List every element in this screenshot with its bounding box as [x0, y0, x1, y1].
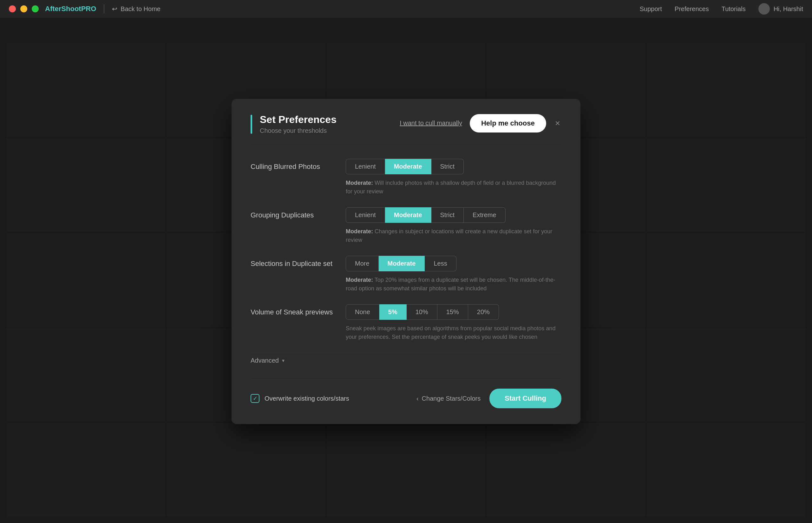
pref-selections-description: Moderate: Top 20% images from a duplicat…	[346, 276, 561, 293]
blurred-strict-button[interactable]: Strict	[431, 159, 464, 174]
blurred-lenient-button[interactable]: Lenient	[346, 159, 385, 174]
modal-title: Set Preferences	[260, 114, 337, 125]
pref-selections-header: Selections in Duplicate set More Moderat…	[251, 256, 561, 271]
sneak-10-button[interactable]: 10%	[407, 304, 437, 320]
pref-grouping-header: Grouping Duplicates Lenient Moderate Str…	[251, 207, 561, 223]
pref-grouping-label: Grouping Duplicates	[251, 211, 346, 219]
help-me-choose-button[interactable]: Help me choose	[470, 114, 546, 132]
pref-sneak-description: Sneak peek images are based on algorithm…	[346, 324, 561, 341]
sneak-20-button[interactable]: 20%	[468, 304, 499, 320]
sneak-none-button[interactable]: None	[346, 304, 379, 320]
grouping-moderate-button[interactable]: Moderate	[385, 207, 431, 223]
pref-selections-duplicate: Selections in Duplicate set More Moderat…	[251, 256, 561, 293]
pref-blurred-description: Moderate: Will include photos with a sha…	[346, 179, 561, 196]
modal-header: Set Preferences Choose your thresholds I…	[251, 114, 561, 134]
pref-selections-options: More Moderate Less	[346, 256, 456, 271]
pref-blurred-photos: Culling Blurred Photos Lenient Moderate …	[251, 159, 561, 196]
modal-header-divider	[251, 146, 561, 146]
pref-grouping-description-bold: Moderate:	[346, 228, 373, 235]
pref-selections-description-bold: Moderate:	[346, 277, 373, 283]
modal-footer: ✓ Overwrite existing colors/stars ‹ Chan…	[251, 379, 561, 408]
chevron-down-icon: ▾	[282, 358, 284, 364]
selections-more-button[interactable]: More	[346, 256, 379, 271]
change-stars-button[interactable]: ‹ Change Stars/Colors	[417, 395, 480, 402]
selections-less-button[interactable]: Less	[425, 256, 456, 271]
pref-blurred-description-bold: Moderate:	[346, 180, 373, 186]
selections-moderate-button[interactable]: Moderate	[379, 256, 425, 271]
modal-title-group: Set Preferences Choose your thresholds	[251, 114, 337, 134]
grouping-lenient-button[interactable]: Lenient	[346, 207, 385, 223]
pref-sneak-header: Volume of Sneak previews None 5% 10% 15%…	[251, 304, 561, 320]
advanced-toggle[interactable]: Advanced ▾	[251, 353, 561, 368]
overwrite-label-text: Overwrite existing colors/stars	[265, 395, 349, 402]
sneak-15-button[interactable]: 15%	[437, 304, 468, 320]
overwrite-checkbox[interactable]: ✓	[251, 394, 260, 403]
sneak-5-button[interactable]: 5%	[379, 304, 407, 320]
pref-blurred-header: Culling Blurred Photos Lenient Moderate …	[251, 159, 561, 174]
pref-grouping-description: Moderate: Changes in subject or location…	[346, 227, 561, 245]
pref-blurred-label: Culling Blurred Photos	[251, 163, 346, 171]
cull-manually-link[interactable]: I want to cull manually	[400, 120, 462, 127]
chevron-left-icon: ‹	[417, 395, 419, 402]
blurred-moderate-button[interactable]: Moderate	[385, 159, 431, 174]
pref-sneak-label: Volume of Sneak previews	[251, 308, 346, 316]
modal-overlay: Set Preferences Choose your thresholds I…	[0, 0, 812, 523]
pref-sneak-previews: Volume of Sneak previews None 5% 10% 15%…	[251, 304, 561, 341]
grouping-extreme-button[interactable]: Extreme	[464, 207, 505, 223]
pref-sneak-options: None 5% 10% 15% 20%	[346, 304, 499, 320]
pref-grouping-duplicates: Grouping Duplicates Lenient Moderate Str…	[251, 207, 561, 245]
advanced-label: Advanced	[251, 357, 279, 364]
modal-accent-bar	[251, 115, 252, 134]
pref-grouping-options: Lenient Moderate Strict Extreme	[346, 207, 506, 223]
modal-subtitle: Choose your thresholds	[260, 127, 337, 134]
grouping-strict-button[interactable]: Strict	[431, 207, 464, 223]
preferences-modal: Set Preferences Choose your thresholds I…	[232, 99, 580, 424]
pref-selections-label: Selections in Duplicate set	[251, 259, 346, 268]
start-culling-button[interactable]: Start Culling	[490, 389, 561, 408]
checkmark-icon: ✓	[253, 395, 258, 402]
pref-blurred-options: Lenient Moderate Strict	[346, 159, 464, 174]
modal-header-actions: I want to cull manually Help me choose ×	[400, 114, 561, 132]
overwrite-checkbox-label[interactable]: ✓ Overwrite existing colors/stars	[251, 394, 349, 403]
modal-title-text: Set Preferences Choose your thresholds	[260, 114, 337, 134]
close-modal-button[interactable]: ×	[554, 118, 561, 129]
footer-right-actions: ‹ Change Stars/Colors Start Culling	[417, 389, 561, 408]
